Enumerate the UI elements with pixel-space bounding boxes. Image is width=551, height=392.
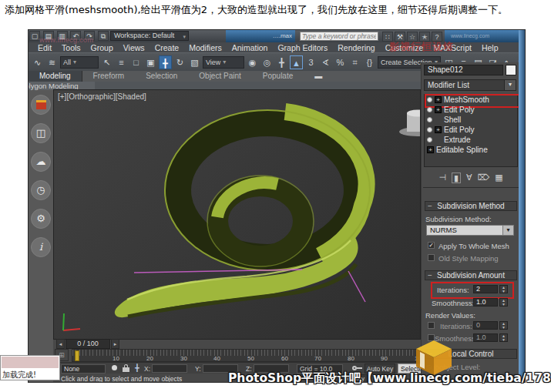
project-icon[interactable]: ⧉ <box>98 31 109 41</box>
iterations-spinner[interactable]: ▲▼ <box>499 285 508 293</box>
stack-row-editable-spline[interactable]: + Editable Spline <box>425 145 517 155</box>
selection-lock-icon[interactable] <box>123 364 129 372</box>
current-frame-field[interactable]: 0 / 100 <box>66 339 110 349</box>
menu-group[interactable]: Group <box>91 43 113 52</box>
iterations-value[interactable]: 2 <box>473 285 498 293</box>
rectangular-region-icon[interactable]: □ <box>129 55 143 69</box>
stack-row-edit-poly-1[interactable]: + Edit Poly <box>425 105 517 115</box>
cube-icon[interactable]: ◫ <box>31 123 51 143</box>
previous-frame-button[interactable]: ◂ <box>56 339 65 349</box>
time-slider-handle[interactable] <box>75 350 79 361</box>
select-and-move-icon[interactable]: ╋ <box>159 55 172 69</box>
show-end-result-icon[interactable]: ▮ <box>452 173 461 183</box>
pin-stack-icon[interactable]: ⊣ <box>438 173 446 183</box>
select-and-rotate-icon[interactable]: ↻ <box>173 55 186 69</box>
expand-icon[interactable]: + <box>435 126 442 133</box>
window-crossing-icon[interactable]: ▣ <box>144 55 157 69</box>
menu-create[interactable]: Create <box>155 43 180 52</box>
menu-edit[interactable]: Edit <box>38 43 52 52</box>
object-name-field[interactable]: Shape012 <box>424 65 503 75</box>
rollout-subdivision-method[interactable]: −Subdivision Method <box>425 201 517 211</box>
tab-selection[interactable]: Selection <box>135 71 188 82</box>
cloud-icon[interactable]: ☁ <box>31 152 51 172</box>
render-iterations-spinner[interactable]: ▲▼ <box>499 321 508 330</box>
render-iterations-checkbox[interactable] <box>428 322 435 329</box>
use-pivot-icon[interactable]: ◉ <box>246 55 259 69</box>
smoothness-spinner[interactable]: ▲▼ <box>499 298 508 307</box>
select-by-name-icon[interactable]: ≡ <box>115 55 128 69</box>
chevron-down-icon: ▾ <box>502 226 513 235</box>
isolate-bulb-icon[interactable] <box>112 365 117 370</box>
selection-filter-dropdown[interactable]: All ▾ <box>60 56 99 69</box>
keyboard-shortcut-toggle-icon[interactable]: {} <box>363 55 376 69</box>
menu-help[interactable]: Help <box>482 43 499 52</box>
select-and-link-icon[interactable]: ∿ <box>31 55 44 69</box>
nurms-dropdown[interactable]: NURMS ▾ <box>426 225 514 236</box>
select-and-manipulate-icon[interactable]: ╋ <box>275 55 288 69</box>
spinner-snap-icon[interactable]: ⌗ <box>348 55 361 69</box>
remove-modifier-icon[interactable]: ⌦ <box>478 173 490 183</box>
menu-animation[interactable]: Animation <box>232 43 268 52</box>
ribbon-more-icon[interactable]: ▬ <box>304 71 333 82</box>
stack-row-extrude[interactable]: Extrude <box>425 135 517 145</box>
expand-icon[interactable]: + <box>435 96 442 103</box>
modifier-bulb-icon[interactable] <box>427 97 432 102</box>
site-logo-icon[interactable] <box>31 95 51 115</box>
stack-row-meshsmooth[interactable]: + MeshSmooth <box>425 95 517 105</box>
modifier-bulb-icon[interactable] <box>427 127 432 132</box>
viewport[interactable]: [+][Orthographic][Shaded] <box>53 89 421 340</box>
menu-graph-editors[interactable]: Graph Editors <box>277 43 328 52</box>
use-center-icon[interactable]: ◎ <box>260 55 274 69</box>
menu-tools[interactable]: Tools <box>62 43 81 52</box>
modifier-bulb-icon[interactable] <box>427 117 432 122</box>
x-label: X: <box>144 365 150 373</box>
select-and-scale-icon[interactable]: ▧ <box>188 55 201 69</box>
viewport-label[interactable]: [+][Orthographic][Shaded] <box>58 92 146 101</box>
modifier-bulb-icon[interactable] <box>427 107 432 112</box>
old-style-mapping-checkbox[interactable] <box>428 254 435 261</box>
percent-snap-icon[interactable]: % <box>334 55 347 69</box>
configure-sets-icon[interactable]: ▦ <box>495 173 502 183</box>
reference-coordinate-dropdown[interactable]: View ▾ <box>203 56 244 69</box>
angle-snap-icon[interactable]: ∢ <box>319 55 332 69</box>
select-object-icon[interactable]: ↖ <box>100 55 113 69</box>
expand-icon[interactable]: + <box>427 146 434 153</box>
workspace-dropdown[interactable]: Workspace: Default ▾ <box>110 31 189 41</box>
info-icon[interactable]: i <box>31 237 51 257</box>
stack-row-shell[interactable]: Shell <box>425 115 517 125</box>
tab-freeform[interactable]: Freeform <box>82 71 136 82</box>
object-color-swatch[interactable] <box>506 65 516 75</box>
render-smoothness-value[interactable]: 1.0 <box>473 333 498 342</box>
time-slider-ruler[interactable]: 10 20 30 40 50 60 70 80 90 100 <box>72 349 421 362</box>
modifier-bulb-icon[interactable] <box>427 137 432 142</box>
stack-row-edit-poly-2[interactable]: + Edit Poly <box>425 125 517 135</box>
manipulate-toggle-icon[interactable]: ▲ <box>290 55 303 69</box>
gear-icon[interactable]: ⚙ <box>31 209 51 229</box>
clock-icon[interactable]: ◷ <box>31 180 51 200</box>
menu-rendering[interactable]: Rendering <box>338 43 375 52</box>
render-smoothness-spinner[interactable]: ▲▼ <box>499 333 508 342</box>
menu-modifiers[interactable]: Modifiers <box>189 43 222 52</box>
menu-views[interactable]: Views <box>123 43 145 52</box>
new-icon[interactable]: ▢ <box>29 31 40 41</box>
background-object <box>399 110 421 137</box>
snap-toggle-icon[interactable]: 3 <box>304 55 317 69</box>
stack-toolbar: ⊣ ▮ ∀ ⌦ ▦ <box>424 171 518 184</box>
absolute-offset-toggle-icon[interactable]: ╋ <box>133 364 141 372</box>
x-coordinate-field[interactable] <box>152 364 187 373</box>
render-iterations-value[interactable]: 0 <box>473 321 498 330</box>
rollout-subdivision-amount[interactable]: −Subdivision Amount <box>425 270 517 280</box>
tab-modeling[interactable]: Modeling <box>29 71 82 82</box>
apply-whole-mesh-checkbox[interactable]: ✓ <box>428 242 435 249</box>
smoothness-value[interactable]: 1.0 <box>473 298 498 307</box>
expand-icon[interactable]: + <box>435 106 442 113</box>
tab-populate[interactable]: Populate <box>252 71 304 82</box>
search-input[interactable] <box>300 32 378 41</box>
next-frame-button[interactable]: ▸ <box>111 339 119 349</box>
y-label: Y: <box>195 365 201 373</box>
modifier-list-dropdown[interactable]: Modifier List ▾ <box>424 79 516 91</box>
make-unique-icon[interactable]: ∀ <box>466 173 472 183</box>
tick-label: 20 <box>146 355 153 362</box>
tab-object-paint[interactable]: Object Paint <box>188 71 251 82</box>
unlink-selection-icon[interactable]: ≋ <box>45 55 59 69</box>
